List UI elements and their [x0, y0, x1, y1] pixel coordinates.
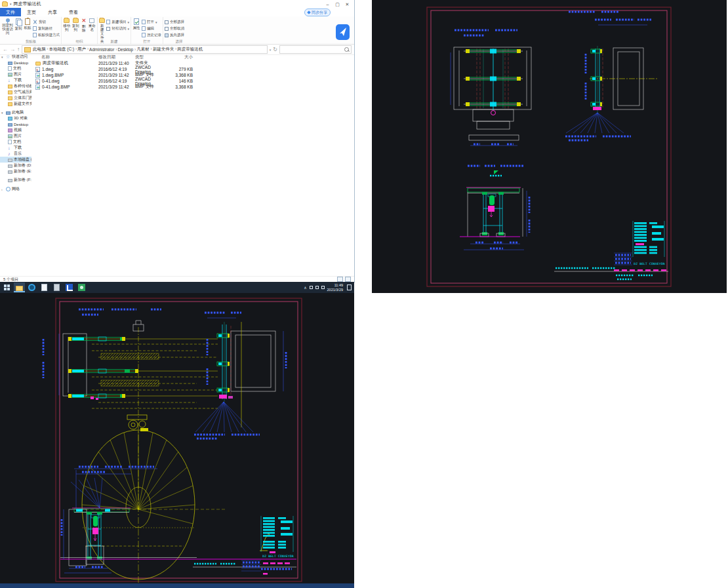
forward-button[interactable]: →: [10, 47, 15, 52]
sidebar-item-downloads[interactable]: ↓下载: [0, 77, 31, 83]
address-bar[interactable]: 此电脑 本地磁盘 (C:) 用户 Administrator Desktop 凡…: [22, 45, 268, 54]
sidebar-item-volume-e[interactable]: 新加卷 (E:): [0, 168, 31, 174]
pin-to-quick-access-button[interactable]: 固定到快速访问: [2, 18, 13, 39]
sidebar-item-volume-d[interactable]: 新加卷 (D:): [0, 163, 31, 168]
file-row[interactable]: 两皮带输送机 2021/3/29 11:40 文件夹: [31, 60, 353, 66]
file-row[interactable]: 0-41.dwg.BMP 2021/3/29 11:42 BMP 文件 3,36…: [31, 84, 353, 90]
move-to-button[interactable]: 移动到: [63, 18, 70, 39]
new-item-button[interactable]: 新建项目▾: [106, 19, 129, 25]
delete-x-icon: ✕: [81, 18, 87, 24]
breadcrumb-segment[interactable]: 两皮带输送机: [177, 47, 203, 52]
edit-button[interactable]: 编辑: [142, 26, 161, 31]
column-header-name[interactable]: 名称: [31, 54, 97, 60]
breadcrumb-segment[interactable]: 凡素材: [136, 47, 152, 52]
sidebar-section-this-pc[interactable]: ▾此电脑: [0, 109, 31, 115]
delete-button[interactable]: ✕ 删除: [81, 18, 87, 39]
copy-button[interactable]: 复制: [14, 18, 22, 39]
action-center-icon[interactable]: [347, 284, 352, 290]
sidebar-item-videos[interactable]: 视频: [0, 127, 31, 133]
new-folder-button[interactable]: 新建文件夹: [99, 18, 105, 39]
sidebar-section-quick-access[interactable]: ▾☆快速访问: [0, 54, 31, 60]
cad-top-title-text: DZ BELT CONVEYOR: [634, 262, 664, 265]
sidebar-item-music[interactable]: ♪音乐: [0, 151, 31, 157]
sidebar-item-pictures[interactable]: 图片: [0, 71, 31, 77]
document-icon: [41, 284, 47, 291]
breadcrumb-segment[interactable]: 用户: [77, 47, 89, 52]
close-button[interactable]: ✕: [342, 1, 352, 8]
taskbar-green-app[interactable]: [76, 283, 87, 292]
breadcrumb-segment[interactable]: Administrator: [89, 47, 117, 52]
copy-to-button[interactable]: 复制到: [71, 18, 79, 39]
sidebar-item-local-disk-c[interactable]: 本地磁盘 (C:): [0, 157, 31, 163]
network-tray-icon[interactable]: [310, 286, 313, 289]
sidebar-item-desktop[interactable]: Desktop: [0, 121, 31, 127]
tray-chevron-icon[interactable]: ∧: [304, 286, 306, 290]
select-all-button[interactable]: 全部选择: [165, 19, 184, 25]
taskbar-clock[interactable]: 11:49 2021/3/29: [327, 283, 343, 292]
easy-access-button[interactable]: 轻松访问▾: [106, 26, 129, 31]
open-button[interactable]: 打开▾: [142, 19, 161, 25]
breadcrumb-segment[interactable]: 新建文件夹: [153, 47, 176, 52]
file-row[interactable]: 0-41.dwg 2016/6/12 4:19 ZWCAD Drawing 14…: [31, 78, 353, 84]
minimize-button[interactable]: –: [323, 1, 333, 8]
sidebar-item-folder[interactable]: 新建文件夹: [0, 101, 31, 107]
taskbar-notes-app[interactable]: [51, 283, 62, 292]
tab-view[interactable]: 查看: [63, 8, 84, 16]
taskbar-browser[interactable]: [26, 283, 37, 292]
sidebar-item-folder[interactable]: 空气减压阀等材料: [0, 89, 31, 95]
sidebar-item-folder[interactable]: 立体库门图纸: [0, 95, 31, 101]
sidebar-item-pictures[interactable]: 图片: [0, 133, 31, 139]
sidebar-item-downloads[interactable]: ↓下载: [0, 145, 31, 151]
details-view-toggle-icon[interactable]: [337, 277, 343, 282]
drive-icon: [8, 165, 12, 168]
taskbar-zwcad[interactable]: [64, 283, 75, 292]
bmp-file-icon: [35, 85, 40, 90]
start-button[interactable]: [0, 282, 13, 293]
back-button[interactable]: ←: [3, 47, 8, 52]
breadcrumb-segment[interactable]: 此电脑: [33, 47, 48, 52]
address-dropdown-icon[interactable]: ▾: [270, 47, 272, 52]
file-row[interactable]: 1.dwg.BMP 2021/3/29 11:42 BMP 文件 3,368 K…: [31, 72, 353, 78]
cut-button[interactable]: 剪切: [33, 19, 60, 25]
sidebar-item-desktop[interactable]: Desktop: [0, 60, 31, 66]
tab-share[interactable]: 共享: [42, 8, 63, 16]
floating-assistant-icon[interactable]: [336, 24, 350, 41]
column-header-size[interactable]: 大小: [168, 54, 194, 60]
refresh-icon[interactable]: ↻: [273, 47, 277, 52]
volume-tray-icon[interactable]: [315, 286, 319, 289]
music-icon: ♪: [8, 151, 12, 156]
taskbar: ∧ 11:49 2021/3/29: [0, 282, 354, 293]
sidebar-item-documents[interactable]: 文档: [0, 66, 31, 71]
windows-logo-icon: [4, 284, 10, 290]
sidebar-item-documents[interactable]: 文档: [0, 139, 31, 145]
ime-tray-icon[interactable]: [321, 286, 325, 289]
maximize-button[interactable]: ▢: [333, 1, 342, 8]
properties-button[interactable]: 属性: [132, 18, 140, 39]
tab-file[interactable]: 文件: [0, 8, 21, 16]
desktop-icon: [8, 62, 12, 65]
invert-selection-button[interactable]: 反向选择: [165, 32, 184, 38]
column-header-date[interactable]: 修改日期: [97, 54, 134, 60]
breadcrumb-segment[interactable]: Desktop: [117, 47, 136, 52]
up-button[interactable]: ↑: [17, 47, 20, 52]
tab-home[interactable]: 主页: [21, 8, 42, 16]
taskbar-file-explorer[interactable]: [14, 283, 25, 292]
quick-access-toolbar-icon[interactable]: ▾: [10, 2, 12, 6]
breadcrumb-segment[interactable]: 本地磁盘 (C:): [49, 47, 77, 52]
select-none-button[interactable]: 全部取消: [165, 26, 184, 31]
rename-button[interactable]: 重命名: [89, 18, 96, 39]
search-input[interactable]: [279, 45, 352, 54]
paste-button[interactable]: 粘贴: [24, 18, 31, 39]
sidebar-item-network[interactable]: ›网络: [0, 186, 31, 192]
thumbnails-view-toggle-icon[interactable]: [345, 277, 351, 282]
sidebar-item-3d-objects[interactable]: 3D 对象: [0, 115, 31, 121]
file-row[interactable]: 1.dwg 2016/6/12 4:19 ZWCAD Drawing 279 K…: [31, 66, 353, 72]
paste-shortcut-button[interactable]: 粘贴快捷方式: [33, 32, 60, 38]
history-button[interactable]: 历史记录: [142, 32, 161, 38]
cloud-sync-button[interactable]: 同步分享: [304, 9, 331, 16]
copy-path-button[interactable]: 复制路径: [33, 26, 60, 31]
sidebar-item-folder[interactable]: 各种传动机械图: [0, 83, 31, 89]
column-header-type[interactable]: 类型: [134, 54, 168, 60]
taskbar-document-app[interactable]: [39, 283, 50, 292]
sidebar-item-volume-f[interactable]: 新加卷 (F:): [0, 177, 31, 183]
